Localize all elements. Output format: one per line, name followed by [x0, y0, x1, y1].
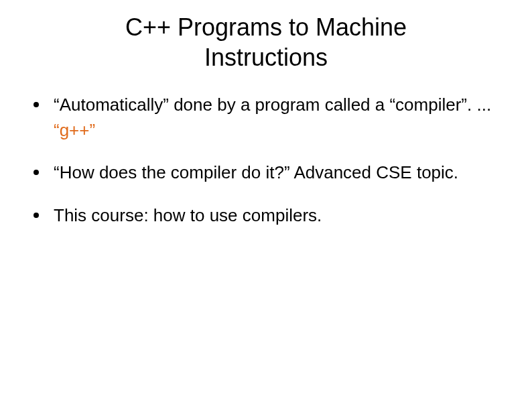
bullet-text: “How does the compiler do it?” Advanced …: [54, 162, 458, 182]
highlight-text: “g++”: [54, 120, 95, 140]
list-item: “How does the compiler do it?” Advanced …: [27, 160, 505, 186]
bullet-list: “Automatically” done by a program called…: [20, 93, 512, 229]
slide: C++ Programs to Machine Instructions “Au…: [0, 0, 532, 399]
bullet-text: This course: how to use compilers.: [54, 205, 322, 225]
slide-title: C++ Programs to Machine Instructions: [60, 12, 472, 72]
list-item: This course: how to use compilers.: [27, 203, 505, 229]
bullet-text: “Automatically” done by a program called…: [54, 95, 491, 115]
list-item: “Automatically” done by a program called…: [27, 93, 505, 143]
